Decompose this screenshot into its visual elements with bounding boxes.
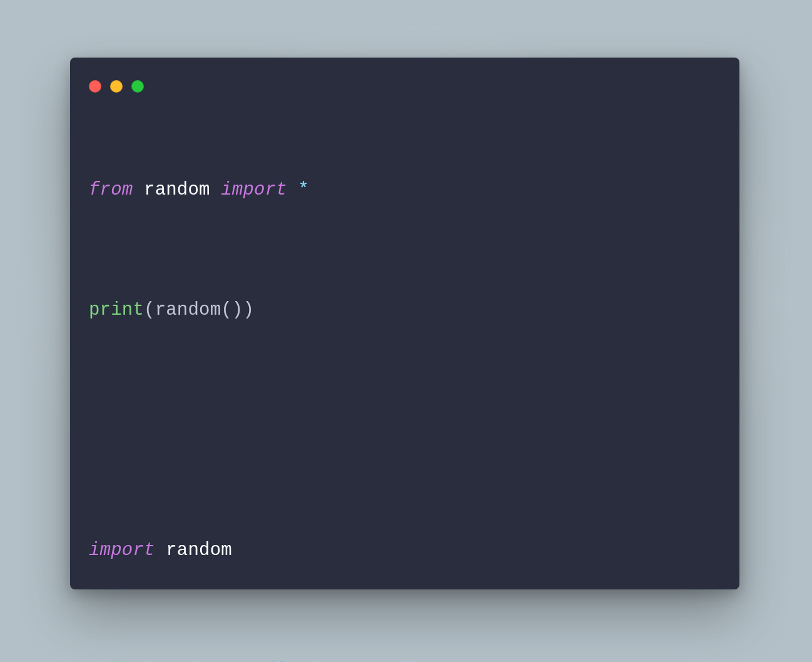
minimize-icon[interactable] <box>110 80 123 93</box>
module-random: random <box>144 180 210 200</box>
star-operator: * <box>298 180 310 200</box>
code-line: import random <box>89 541 721 560</box>
keyword-from: from <box>89 180 133 200</box>
blank-line <box>89 421 721 440</box>
stage: from random import * print(random()) imp… <box>0 0 812 662</box>
maximize-icon[interactable] <box>131 80 144 93</box>
close-icon[interactable] <box>89 80 101 93</box>
fn-random: random <box>155 300 221 320</box>
code-line: print(random()) <box>89 301 721 320</box>
module-random: random <box>166 540 232 561</box>
code-line: from random import * <box>89 181 721 200</box>
keyword-import: import <box>221 180 287 200</box>
code-card: from random import * print(random()) imp… <box>70 58 739 589</box>
fn-print: print <box>89 300 144 320</box>
keyword-import: import <box>89 540 155 561</box>
window-controls <box>89 80 144 93</box>
code-block: from random import * print(random()) imp… <box>89 126 721 662</box>
